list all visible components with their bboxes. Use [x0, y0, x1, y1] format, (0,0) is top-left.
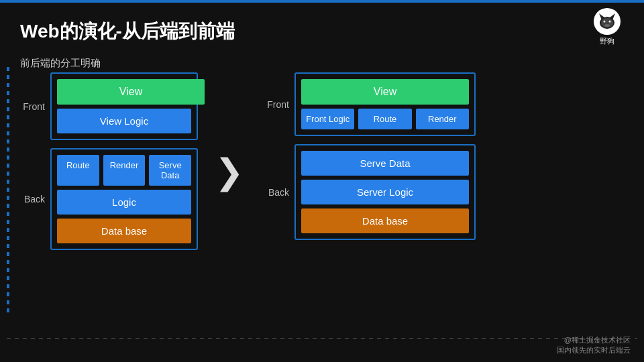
slide: 野狗 Web的演化-从后端到前端 前后端的分工明确 Front View Vie…	[0, 0, 644, 362]
bottom-text-line1: @稀土掘金技术社区	[557, 335, 631, 345]
logo-icon	[596, 11, 618, 32]
bottom-dashed-line	[7, 338, 637, 339]
arrow-container: ❯	[208, 154, 251, 189]
right-front-label: Front	[261, 99, 289, 110]
left-database-block: Data base	[57, 219, 191, 243]
right-render-block: Render	[416, 109, 469, 129]
left-front-label: Front	[17, 101, 45, 112]
bottom-text-line2: 国内领先的实时后端云	[557, 345, 631, 355]
right-back-row: Back Serve Data Server Logic Data base	[261, 144, 476, 240]
right-serve-data-block: Serve Data	[301, 151, 469, 176]
right-route-block: Route	[358, 109, 411, 129]
logo-text: 野狗	[584, 36, 631, 46]
logo-circle	[594, 8, 621, 35]
left-serve-data-block: Serve Data	[149, 155, 191, 186]
bottom-text: @稀土掘金技术社区 国内领先的实时后端云	[557, 335, 631, 355]
left-view-logic-block: View Logic	[57, 109, 191, 133]
left-front-row: Front View View Logic	[17, 72, 198, 140]
right-database-block: Data base	[301, 208, 469, 233]
svg-point-5	[609, 21, 611, 23]
page-title: Web的演化-从后端到前端	[20, 19, 235, 44]
left-render-block: Render	[103, 155, 146, 186]
svg-point-6	[604, 24, 610, 27]
right-back-box: Serve Data Server Logic Data base	[294, 144, 476, 240]
left-back-top-row: Route Render Serve Data	[57, 155, 191, 186]
left-view-block: View	[57, 79, 205, 105]
left-diagram: Front View View Logic Back Route Render …	[17, 72, 198, 250]
left-logic-block: Logic	[57, 190, 191, 215]
main-content: Front View View Logic Back Route Render …	[17, 72, 631, 250]
chevron-right-icon: ❯	[215, 154, 244, 189]
right-view-block: View	[301, 79, 469, 105]
top-border	[0, 0, 644, 3]
left-route-block: Route	[57, 155, 99, 186]
left-accent	[7, 67, 9, 315]
logo: 野狗	[584, 8, 631, 38]
right-diagram: Front View Front Logic Route Render Back	[261, 72, 476, 240]
right-back-label: Back	[261, 187, 289, 198]
left-back-box: Route Render Serve Data Logic Data base	[50, 148, 198, 250]
right-front-logic-block: Front Logic	[301, 109, 354, 129]
left-back-row: Back Route Render Serve Data Logic Data …	[17, 148, 198, 250]
svg-point-4	[604, 21, 606, 23]
right-front-row: Front View Front Logic Route Render	[261, 72, 476, 136]
left-back-label: Back	[17, 194, 45, 204]
right-server-logic-block: Server Logic	[301, 180, 469, 204]
subtitle: 前后端的分工明确	[20, 57, 101, 70]
right-front-box: View Front Logic Route Render	[294, 72, 476, 136]
left-front-box: View View Logic	[50, 72, 198, 140]
diagrams-row: Front View View Logic Back Route Render …	[17, 72, 631, 250]
right-front-bottom-row: Front Logic Route Render	[301, 109, 469, 129]
